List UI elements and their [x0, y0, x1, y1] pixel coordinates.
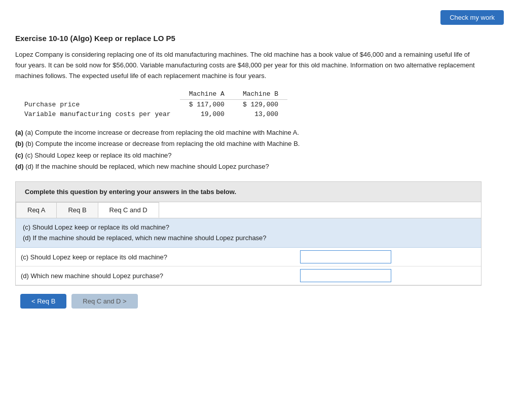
- tab-content: (c) Should Lopez keep or replace its old…: [16, 218, 481, 286]
- question-d: (d) (d) If the machine should be replace…: [15, 161, 504, 172]
- exercise-title: Exercise 10-10 (Algo) Keep or replace LO…: [15, 34, 504, 43]
- table-row: Variable manufacturing costs per year 19…: [15, 109, 287, 119]
- check-my-work-button[interactable]: Check my work: [440, 10, 504, 25]
- nav-buttons: < Req B Req C and D >: [15, 294, 504, 309]
- complete-instructions: Complete this question by entering your …: [15, 181, 481, 202]
- tab-description: (c) Should Lopez keep or replace its old…: [16, 218, 481, 248]
- answer-row-c: (c) Should Lopez keep or replace its old…: [16, 248, 481, 266]
- answer-cell-d: [295, 266, 481, 285]
- question-c: (c) (c) Should Lopez keep or replace its…: [15, 150, 504, 161]
- row-label-variable: Variable manufacturing costs per year: [15, 109, 180, 119]
- answer-row-d: (d) Which new machine should Lopez purch…: [16, 266, 481, 285]
- answer-input-d[interactable]: [300, 269, 391, 282]
- tab-req-a[interactable]: Req A: [16, 202, 57, 218]
- col-header-machine-b: Machine B: [234, 89, 287, 100]
- purchase-price-b: $ 129,000: [234, 100, 287, 110]
- questions-list: (a) (a) Compute the income increase or d…: [15, 127, 504, 172]
- tab-desc-line2: (d) If the machine should be replaced, w…: [23, 233, 474, 244]
- answer-label-c: (c) Should Lopez keep or replace its old…: [16, 248, 295, 266]
- tab-req-b[interactable]: Req B: [56, 202, 98, 218]
- table-row: Purchase price $ 117,000 $ 129,000: [15, 100, 287, 110]
- row-label-purchase: Purchase price: [15, 100, 180, 110]
- answer-label-d: (d) Which new machine should Lopez purch…: [16, 266, 295, 285]
- question-a: (a) (a) Compute the income increase or d…: [15, 127, 504, 138]
- variable-cost-a: 19,000: [180, 109, 234, 119]
- tab-desc-line1: (c) Should Lopez keep or replace its old…: [23, 222, 474, 233]
- tab-req-c-and-d[interactable]: Req C and D: [98, 202, 159, 218]
- problem-text: Lopez Company is considering replacing o…: [15, 50, 481, 81]
- tabs-container: Req A Req B Req C and D (c) Should Lopez…: [15, 202, 481, 286]
- answer-input-c[interactable]: [300, 250, 391, 263]
- answer-cell-c: [295, 248, 481, 266]
- question-b: (b) (b) Compute the income increase or d…: [15, 138, 504, 149]
- variable-cost-b: 13,000: [234, 109, 287, 119]
- purchase-price-a: $ 117,000: [180, 100, 234, 110]
- answer-table: (c) Should Lopez keep or replace its old…: [16, 248, 481, 285]
- data-table: Machine A Machine B Purchase price $ 117…: [15, 89, 287, 119]
- prev-button[interactable]: < Req B: [20, 294, 66, 309]
- col-header-machine-a: Machine A: [180, 89, 234, 100]
- tabs-row: Req A Req B Req C and D: [16, 202, 481, 218]
- next-button[interactable]: Req C and D >: [71, 294, 137, 309]
